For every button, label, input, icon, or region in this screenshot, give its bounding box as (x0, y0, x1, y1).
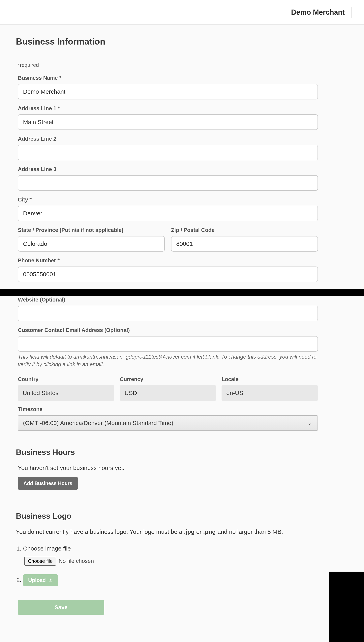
page-title: Business Information (16, 37, 348, 47)
business-name-input[interactable] (18, 84, 318, 99)
email-label: Customer Contact Email Address (Optional… (18, 327, 348, 333)
address3-label: Address Line 3 (18, 166, 348, 172)
business-logo-title: Business Logo (16, 512, 348, 520)
country-label: Country (18, 376, 114, 383)
business-hours-title: Business Hours (16, 448, 348, 457)
business-logo-desc: You do not currently have a business log… (16, 528, 348, 535)
redaction-block (329, 572, 364, 627)
business-name-label: Business Name * (18, 75, 348, 81)
country-value: United States (18, 385, 114, 401)
choose-file-button[interactable]: Choose file (24, 557, 56, 566)
phone-input[interactable] (18, 266, 318, 282)
state-input[interactable] (18, 236, 165, 252)
address2-label: Address Line 2 (18, 136, 348, 142)
zip-input[interactable] (171, 236, 318, 252)
top-bar: Demo Merchant (0, 0, 364, 25)
city-input[interactable] (18, 206, 318, 221)
timezone-select[interactable]: (GMT -06:00) America/Denver (Mountain St… (18, 415, 318, 431)
page-content: Business Information *required Business … (0, 25, 364, 627)
upload-icon (48, 578, 53, 582)
state-label: State / Province (Put n/a if not applica… (18, 227, 165, 233)
logo-step-1: Choose image file Choose file No file ch… (23, 545, 348, 566)
address2-input[interactable] (18, 145, 318, 160)
divider (352, 7, 352, 18)
email-helper: This field will default to umakanth.srin… (18, 353, 318, 368)
city-label: City * (18, 197, 348, 203)
redaction-bar (0, 289, 364, 296)
zip-label: Zip / Postal Code (171, 227, 318, 233)
address1-input[interactable] (18, 114, 318, 130)
address3-input[interactable] (18, 175, 318, 191)
chevron-down-icon: ⌄ (308, 420, 312, 426)
required-note: *required (18, 62, 348, 68)
business-hours-empty: You haven't set your business hours yet. (18, 465, 348, 471)
no-file-chosen: No file chosen (58, 558, 94, 564)
add-business-hours-button[interactable]: Add Business Hours (18, 477, 78, 490)
upload-button[interactable]: Upload (23, 574, 58, 586)
currency-label: Currency (120, 376, 216, 383)
timezone-label: Timezone (18, 406, 348, 413)
email-input[interactable] (18, 336, 318, 352)
website-label: Website (Optional) (18, 297, 348, 303)
logo-step-2: Upload (23, 574, 348, 586)
locale-value: en-US (222, 385, 318, 401)
address1-label: Address Line 1 * (18, 105, 348, 112)
locale-label: Locale (222, 376, 318, 383)
timezone-value: (GMT -06:00) America/Denver (Mountain St… (23, 420, 173, 426)
website-input[interactable] (18, 306, 318, 321)
phone-label: Phone Number * (18, 257, 348, 264)
currency-value: USD (120, 385, 216, 401)
save-button[interactable]: Save (18, 600, 104, 615)
merchant-name[interactable]: Demo Merchant (291, 8, 345, 17)
